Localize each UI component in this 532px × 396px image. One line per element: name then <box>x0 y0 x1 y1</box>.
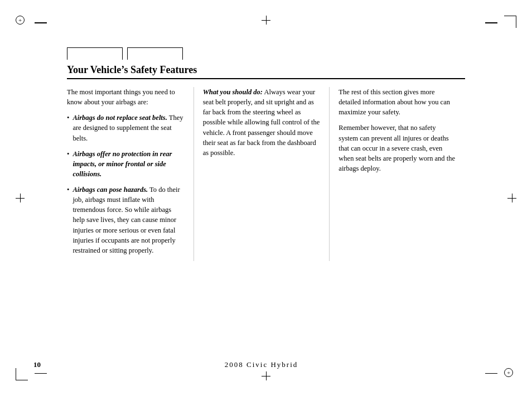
circle-crosshair-bottom-right <box>504 368 513 377</box>
bullet-3-rest: To do their job, airbags must inflate wi… <box>72 186 180 254</box>
footer-vehicle-title: 2008 Civic Hybrid <box>225 360 298 369</box>
crosshair-top <box>262 16 270 25</box>
bullet-3-bold: Airbags can pose hazards. <box>72 186 148 194</box>
title-rule <box>67 78 465 79</box>
corner-mark-top-left <box>16 16 28 28</box>
crosshair-right <box>507 194 516 202</box>
bullet-1: Airbags do not replace seat belts. They … <box>67 113 185 143</box>
tick-top-right <box>485 22 497 23</box>
bullet-list: Airbags do not replace seat belts. They … <box>67 113 185 255</box>
corner-mark-bottom-right <box>504 368 516 380</box>
col3-para1: The rest of this section gives more deta… <box>338 87 456 117</box>
page-number: 10 <box>33 360 41 369</box>
tick-bottom-left <box>35 373 47 374</box>
bracket-top-right <box>504 16 516 28</box>
bullet-3: Airbags can pose hazards. To do their jo… <box>67 185 185 255</box>
bullet-1-bold: Airbags do not replace seat belts. <box>72 114 167 122</box>
col2-body: Always wear your seat belt properly, and… <box>203 88 320 157</box>
corner-mark-top-right <box>504 16 516 28</box>
footer: 10 2008 Civic Hybrid <box>33 360 499 369</box>
tick-top-left <box>35 22 47 23</box>
tick-bottom-right <box>485 373 497 374</box>
col2-label: What you should do: <box>203 88 263 96</box>
col2-text: What you should do: Always wear your sea… <box>203 87 321 158</box>
tab-1 <box>67 47 123 60</box>
circle-crosshair-top-left <box>16 16 25 25</box>
bullet-2-bold: Airbags offer no protection in rear impa… <box>72 150 172 178</box>
page-title: Your Vehicle’s Safety Features <box>67 64 465 76</box>
column-2: What you should do: Always wear your sea… <box>203 87 330 261</box>
col3-para2: Remember however, that no safety system … <box>338 123 456 173</box>
column-1: The most important things you need to kn… <box>67 87 194 261</box>
content-area: The most important things you need to kn… <box>67 87 465 261</box>
corner-mark-bottom-left <box>16 368 28 380</box>
page: Your Vehicle’s Safety Features The most … <box>0 0 532 396</box>
header-tabs <box>67 47 465 60</box>
crosshair-bottom <box>262 371 270 380</box>
col1-intro: The most important things you need to kn… <box>67 87 185 107</box>
bullet-2: Airbags offer no protection in rear impa… <box>67 149 185 179</box>
column-3: The rest of this section gives more deta… <box>338 87 465 261</box>
bracket-bottom-left <box>16 368 28 380</box>
crosshair-left <box>16 194 25 202</box>
title-container: Your Vehicle’s Safety Features <box>67 64 465 79</box>
tab-2 <box>127 47 183 60</box>
